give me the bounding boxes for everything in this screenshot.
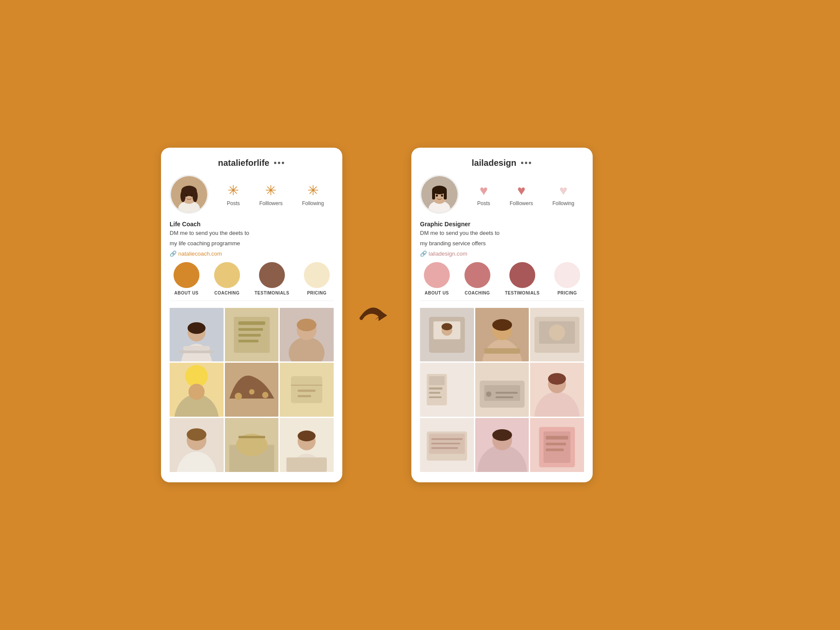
grid-cell-n8[interactable] bbox=[225, 418, 279, 472]
grid-cell-n4[interactable] bbox=[170, 363, 224, 417]
grid-cell-n3[interactable] bbox=[280, 308, 334, 362]
arrow-container bbox=[360, 298, 394, 332]
svg-rect-95 bbox=[431, 443, 461, 444]
profile-link-natalie[interactable]: 🔗 nataliecoach.com bbox=[170, 250, 334, 257]
stats-row-laila: ♥ Posts ♥ Folllowers ♥ Following bbox=[467, 183, 584, 206]
highlight-label-coaching-laila: COACHING bbox=[465, 291, 490, 295]
svg-point-60 bbox=[441, 195, 443, 197]
profile-stats-laila: ♥ Posts ♥ Folllowers ♥ Following bbox=[420, 175, 584, 214]
profile-stats-natalie: ✳ Posts ✳ Folllowers ✳ Following bbox=[170, 175, 334, 214]
grid-cell-l2[interactable] bbox=[475, 308, 529, 362]
grid-cell-l5[interactable] bbox=[475, 363, 529, 417]
grid-cell-l6[interactable] bbox=[530, 363, 584, 417]
profile-link-laila[interactable]: 🔗 lailadesign.com bbox=[420, 250, 584, 257]
profile-desc1-natalie: DM me to send you the deets to bbox=[170, 229, 334, 237]
profile-desc2-laila: my branding service offers bbox=[420, 240, 584, 247]
svg-point-59 bbox=[436, 195, 438, 197]
highlight-label-coaching-natalie: COACHING bbox=[215, 291, 240, 295]
heart-icon-posts-laila: ♥ bbox=[480, 183, 488, 199]
stat-posts-label-laila: Posts bbox=[477, 200, 490, 206]
highlight-label-testimonials-natalie: TESTIMONIALS bbox=[255, 291, 289, 295]
svg-point-7 bbox=[186, 195, 188, 197]
svg-point-90 bbox=[548, 373, 566, 385]
dots-menu-natalie[interactable]: ••• bbox=[274, 158, 285, 168]
svg-rect-79 bbox=[429, 392, 440, 394]
highlights-laila: ABOUT US COACHING TESTIMONIALS PRICING bbox=[420, 262, 584, 301]
grid-cell-n9[interactable] bbox=[280, 418, 334, 472]
svg-point-65 bbox=[442, 323, 452, 330]
stats-row-natalie: ✳ Posts ✳ Folllowers ✳ Following bbox=[217, 182, 334, 206]
link-text-laila: lailadesign.com bbox=[429, 250, 467, 257]
highlight-coaching-natalie[interactable]: COACHING bbox=[214, 262, 240, 295]
highlight-label-aboutus-laila: ABOUT US bbox=[425, 291, 449, 295]
stat-followers-natalie: ✳ Folllowers bbox=[259, 182, 283, 206]
grid-cell-l8[interactable] bbox=[475, 418, 529, 472]
svg-rect-96 bbox=[431, 447, 458, 449]
grid-cell-l1[interactable] bbox=[420, 308, 474, 362]
highlight-testimonials-laila[interactable]: TESTIMONIALS bbox=[505, 262, 540, 295]
svg-rect-78 bbox=[429, 387, 442, 389]
main-container: natalieforlife ••• bbox=[161, 148, 679, 482]
profile-title-natalie: Life Coach bbox=[170, 221, 334, 228]
grid-cell-n1[interactable] bbox=[170, 308, 224, 362]
svg-rect-94 bbox=[431, 438, 463, 440]
highlight-coaching-laila[interactable]: COACHING bbox=[464, 262, 490, 295]
profile-header-laila: lailadesign ••• bbox=[420, 158, 584, 214]
photo-grid-natalie bbox=[170, 308, 334, 472]
svg-point-49 bbox=[298, 431, 316, 441]
svg-rect-19 bbox=[238, 334, 261, 336]
grid-cell-n7[interactable] bbox=[170, 418, 224, 472]
svg-point-74 bbox=[549, 324, 565, 340]
profile-card-natalie: natalieforlife ••• bbox=[161, 148, 342, 482]
username-row-natalie: natalieforlife ••• bbox=[170, 158, 334, 168]
highlight-circle-aboutus-natalie bbox=[174, 262, 199, 288]
svg-point-8 bbox=[191, 195, 193, 197]
highlight-label-testimonials-laila: TESTIMONIALS bbox=[505, 291, 540, 295]
grid-cell-l9[interactable] bbox=[530, 418, 584, 472]
grid-cell-l4[interactable] bbox=[420, 363, 474, 417]
svg-point-31 bbox=[249, 389, 254, 395]
profile-desc1-laila: DM me to send you the deets to bbox=[420, 229, 584, 237]
grid-cell-l3[interactable] bbox=[530, 308, 584, 362]
sun-icon-posts-natalie: ✳ bbox=[227, 182, 239, 199]
photo-grid-laila bbox=[420, 308, 584, 472]
svg-rect-18 bbox=[238, 328, 263, 330]
profile-info-natalie: Life Coach DM me to send you the deets t… bbox=[170, 221, 334, 256]
svg-rect-104 bbox=[546, 436, 568, 440]
svg-rect-50 bbox=[287, 457, 327, 472]
profile-header-natalie: natalieforlife ••• bbox=[170, 158, 334, 214]
highlight-circle-aboutus-laila bbox=[424, 262, 450, 288]
link-text-natalie: nataliecoach.com bbox=[178, 250, 222, 257]
sun-icon-following-natalie: ✳ bbox=[307, 182, 319, 199]
highlight-testimonials-natalie[interactable]: TESTIMONIALS bbox=[255, 262, 289, 295]
stat-followers-label-laila: Folllowers bbox=[510, 200, 533, 206]
svg-rect-36 bbox=[298, 390, 316, 392]
stat-posts-natalie: ✳ Posts bbox=[227, 182, 240, 206]
grid-cell-l7[interactable] bbox=[420, 418, 474, 472]
username-natalie: natalieforlife bbox=[218, 158, 269, 168]
svg-rect-45 bbox=[238, 436, 265, 438]
stat-following-label-laila: Following bbox=[553, 200, 575, 206]
stat-posts-laila: ♥ Posts bbox=[477, 183, 490, 206]
svg-point-84 bbox=[486, 392, 491, 397]
highlight-aboutus-laila[interactable]: ABOUT US bbox=[424, 262, 450, 295]
svg-point-32 bbox=[262, 392, 268, 399]
highlight-circle-testimonials-natalie bbox=[259, 262, 285, 288]
username-laila: lailadesign bbox=[472, 158, 516, 168]
grid-cell-n6[interactable] bbox=[280, 363, 334, 417]
heart-icon-followers-laila: ♥ bbox=[517, 183, 525, 199]
svg-point-100 bbox=[492, 429, 512, 441]
dots-menu-laila[interactable]: ••• bbox=[521, 158, 532, 168]
highlight-label-pricing-laila: PRICING bbox=[557, 291, 577, 295]
highlight-pricing-laila[interactable]: PRICING bbox=[554, 262, 580, 295]
svg-rect-20 bbox=[238, 339, 259, 342]
avatar-natalie bbox=[170, 175, 208, 214]
profile-desc2-natalie: my life coaching programme bbox=[170, 240, 334, 247]
highlight-circle-pricing-laila bbox=[554, 262, 580, 288]
grid-cell-n2[interactable] bbox=[225, 308, 279, 362]
stat-following-laila: ♥ Following bbox=[553, 183, 575, 206]
highlight-aboutus-natalie[interactable]: ABOUT US bbox=[174, 262, 199, 295]
stat-posts-label-natalie: Posts bbox=[227, 200, 240, 206]
highlight-pricing-natalie[interactable]: PRICING bbox=[304, 262, 330, 295]
grid-cell-n5[interactable] bbox=[225, 363, 279, 417]
